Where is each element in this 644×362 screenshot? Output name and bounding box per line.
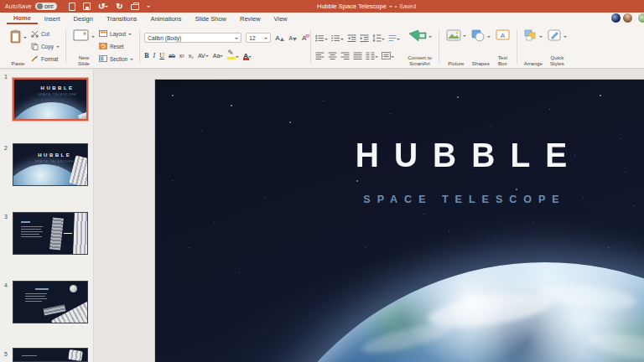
italic-button[interactable]: I (153, 52, 156, 59)
section-button[interactable]: Section (97, 54, 135, 64)
slide-subtitle-text[interactable]: SPACE TELESCOPE (293, 194, 629, 205)
align-text-button[interactable] (382, 52, 394, 59)
tab-review[interactable]: Review (233, 13, 267, 24)
star (491, 126, 491, 127)
tab-animations[interactable]: Animations (143, 13, 188, 24)
tab-home[interactable]: Home (7, 13, 38, 24)
text-direction-button[interactable] (388, 34, 400, 42)
font-color-button[interactable]: A (243, 52, 252, 59)
star (273, 155, 273, 156)
collaborator-avatar[interactable] (610, 13, 621, 23)
star (356, 180, 358, 182)
tab-view[interactable]: View (267, 13, 294, 24)
slide-thumbnail-5[interactable] (13, 348, 88, 362)
strikethrough-button[interactable]: ab (169, 53, 175, 59)
font-color-icon: A (243, 52, 248, 59)
bullets-button[interactable] (315, 34, 328, 42)
redo-icon[interactable]: ↻ (116, 3, 122, 10)
arrange-button[interactable]: Arrange (522, 26, 545, 67)
section-label: Section (110, 56, 127, 62)
numbering-button[interactable] (331, 34, 344, 42)
format-painter-button[interactable]: Format (29, 54, 61, 64)
document-title: Hubble Space Telescope (317, 3, 387, 10)
slide-title-text[interactable]: HUBBLE (302, 138, 621, 173)
clear-formatting-button[interactable]: A (302, 34, 306, 42)
picture-label: Picture (448, 60, 464, 66)
star (600, 95, 601, 96)
star (289, 122, 291, 123)
qat-more-icon[interactable] (147, 4, 150, 9)
new-slide-button[interactable]: New Slide (70, 26, 97, 67)
copy-button[interactable]: Copy (29, 42, 61, 52)
smartart-group: Convert to SmartArt (402, 26, 437, 67)
shapes-icon (471, 29, 486, 43)
text-box-button[interactable]: A Text Box (493, 26, 512, 67)
bold-button[interactable]: B (144, 52, 148, 59)
current-slide[interactable]: HUBBLE SPACE TELESCOPE (155, 80, 644, 362)
shapes-button[interactable]: Shapes (469, 26, 493, 67)
autosave-toggle[interactable]: OFF (35, 3, 57, 10)
slide-thumbnail-4[interactable] (13, 281, 88, 323)
new-document-icon[interactable] (69, 3, 75, 11)
grow-font-button[interactable]: A (275, 34, 283, 42)
highlighter-icon (227, 51, 236, 59)
text-box-icon: A (496, 29, 510, 41)
save-icon[interactable] (83, 3, 91, 10)
star (457, 96, 459, 98)
new-slide-icon (73, 29, 90, 43)
svg-text:A: A (501, 32, 506, 39)
paste-button[interactable]: Paste (7, 26, 29, 67)
slide-thumbnail-panel[interactable]: 1 HUBBLE SPACE TELESCOPE 2 HUBBLE SPACE … (0, 70, 94, 362)
collaborator-avatar[interactable] (622, 13, 633, 23)
increase-indent-button[interactable] (360, 34, 369, 42)
align-center-button[interactable] (328, 52, 337, 59)
star (423, 214, 424, 215)
convert-to-smartart-button[interactable]: Convert to SmartArt (405, 26, 434, 67)
columns-button[interactable] (366, 52, 378, 59)
character-spacing-button[interactable]: AV (198, 53, 209, 59)
slide-canvas[interactable]: HUBBLE SPACE TELESCOPE (95, 70, 644, 362)
format-painter-icon (31, 54, 39, 63)
autosave-state: OFF (44, 4, 54, 9)
slide-thumbnail-3[interactable] (13, 212, 88, 255)
justify-button[interactable] (353, 52, 362, 59)
tab-insert[interactable]: Insert (38, 13, 67, 24)
quick-styles-button[interactable]: Quick Styles (545, 26, 569, 67)
thumbnail-number: 5 (4, 351, 8, 357)
cut-button[interactable]: Cut (29, 29, 61, 39)
reset-icon (99, 43, 107, 50)
font-family-combo[interactable]: Calibri (Body) (144, 33, 242, 43)
align-right-button[interactable] (340, 52, 350, 59)
underline-button[interactable]: U (159, 52, 164, 59)
paste-clipboard-icon (9, 29, 22, 44)
slides-group: New Slide Layout Reset Section (68, 26, 138, 67)
document-title-area[interactable]: Hubble Space Telescope • Saved (317, 3, 416, 10)
print-icon[interactable] (131, 3, 139, 10)
star (390, 113, 391, 114)
picture-button[interactable]: Picture (444, 26, 469, 67)
layout-label: Layout (110, 31, 126, 37)
subscript-button[interactable]: x₂ (189, 53, 194, 59)
reset-label: Reset (110, 44, 124, 49)
reset-button[interactable]: Reset (97, 42, 135, 52)
tab-slide-show[interactable]: Slide Show (188, 13, 233, 24)
tab-design[interactable]: Design (67, 13, 100, 24)
text-box-label: Text Box (498, 54, 507, 66)
shrink-font-button[interactable]: A (289, 35, 297, 41)
align-left-button[interactable] (315, 52, 325, 59)
superscript-button[interactable]: x² (179, 53, 184, 59)
undo-icon[interactable]: ↺ (98, 3, 108, 10)
slide-thumbnail-1[interactable]: HUBBLE SPACE TELESCOPE (13, 78, 88, 121)
font-size-combo[interactable]: 12 (246, 33, 271, 43)
thumbnail-number: 2 (4, 145, 8, 151)
title-chevron-down-icon[interactable] (389, 6, 392, 9)
change-case-button[interactable]: Aa (213, 53, 224, 59)
decrease-indent-button[interactable] (347, 34, 356, 42)
saved-separator: • (395, 3, 397, 9)
line-spacing-button[interactable] (372, 34, 385, 42)
slide-thumbnail-2[interactable]: HUBBLE SPACE TELESCOPE (13, 143, 88, 186)
layout-button[interactable]: Layout (97, 29, 135, 39)
tab-transitions[interactable]: Transitions (100, 13, 143, 24)
collaborator-avatar[interactable] (637, 13, 644, 23)
text-highlight-button[interactable] (227, 51, 239, 59)
